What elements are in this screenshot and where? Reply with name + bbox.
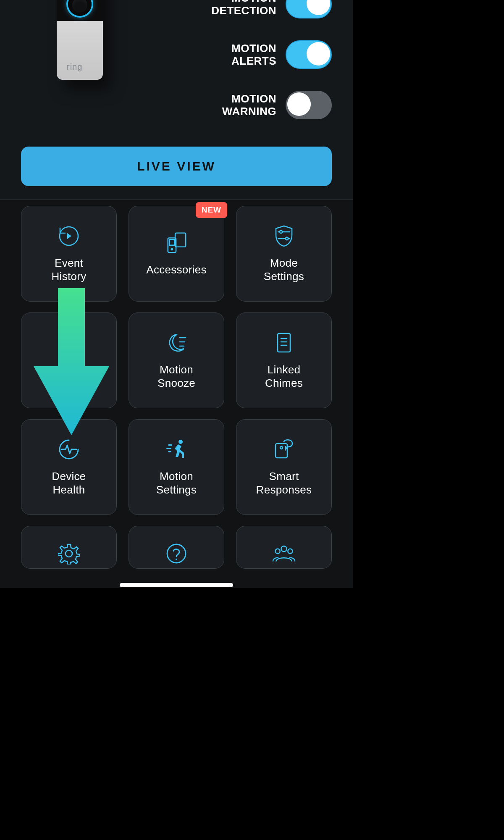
toggle-motion-alerts[interactable] (286, 40, 332, 69)
toggle-label: MOTION ALERTS (231, 42, 276, 67)
tile-general[interactable] (21, 526, 117, 569)
pulse-icon (57, 438, 81, 461)
toggle-row-motion-detection: MOTION DETECTION (189, 0, 332, 14)
svg-rect-19 (168, 451, 171, 452)
tile-hidden[interactable] (21, 312, 117, 408)
device-header: ring MOTION DETECTION MOTION ALERTS (0, 0, 353, 200)
toggle-label-line: DETECTION (211, 4, 276, 17)
tile-label: SmartResponses (256, 470, 312, 496)
tile-label: MotionSnooze (158, 363, 195, 390)
tile-linked-chimes[interactable]: LinkedChimes (236, 312, 332, 408)
toggle-label: MOTION DETECTION (211, 0, 276, 17)
svg-rect-17 (168, 444, 172, 446)
toggle-label: MOTION WARNING (222, 92, 276, 118)
svg-point-25 (281, 546, 286, 551)
tile-label: LinkedChimes (265, 363, 303, 390)
svg-point-3 (171, 248, 173, 250)
tile-motion-snooze[interactable]: MotionSnooze (129, 312, 224, 408)
svg-rect-20 (276, 444, 287, 458)
toggle-knob (307, 42, 330, 66)
tile-mode-settings[interactable]: ModeSettings (236, 206, 332, 302)
gear-icon (57, 542, 81, 565)
tile-event-history[interactable]: EventHistory (21, 206, 117, 302)
toggle-list: MOTION DETECTION MOTION ALERTS MOTION WA… (189, 0, 332, 145)
svg-point-21 (280, 446, 283, 449)
tile-device-health[interactable]: DeviceHealth (21, 419, 117, 515)
tile-motion-settings[interactable]: MotionSettings (129, 419, 224, 515)
tile-label: DeviceHealth (52, 470, 86, 496)
document-icon (272, 331, 296, 354)
tile-shared-users[interactable] (236, 526, 332, 569)
help-icon (165, 542, 188, 565)
svg-point-16 (178, 440, 183, 444)
devices-icon (165, 231, 188, 255)
toggle-row-motion-warning: MOTION WARNING (189, 95, 332, 115)
toggle-label-line: MOTION (231, 0, 276, 4)
svg-rect-18 (166, 448, 171, 449)
run-icon (165, 438, 188, 461)
toggle-label-line: MOTION (231, 42, 276, 55)
toggle-motion-detection[interactable] (286, 0, 332, 18)
home-indicator (120, 583, 233, 587)
tile-label: MotionSettings (156, 470, 197, 496)
device-illustration: ring (46, 0, 118, 84)
svg-point-26 (275, 549, 280, 554)
toggle-label-line: ALERTS (231, 55, 276, 67)
toggle-label-line: WARNING (222, 105, 276, 118)
history-icon (57, 224, 81, 248)
tile-smart-responses[interactable]: SmartResponses (236, 419, 332, 515)
people-icon (272, 542, 296, 565)
svg-rect-12 (278, 333, 290, 352)
moon-icon (165, 331, 188, 354)
svg-point-8 (286, 237, 288, 240)
shield-icon (272, 224, 296, 248)
svg-point-7 (280, 231, 282, 233)
new-badge: NEW (196, 202, 227, 218)
live-view-label: LIVE VIEW (137, 159, 216, 173)
toggle-knob (307, 0, 330, 15)
tiles-grid: EventHistory NEW Accessories (21, 206, 332, 588)
svg-point-27 (288, 549, 292, 554)
svg-point-24 (176, 559, 177, 560)
tile-help[interactable] (129, 526, 224, 569)
svg-rect-4 (170, 239, 175, 245)
svg-rect-1 (175, 233, 186, 247)
chat-icon (272, 438, 296, 461)
toggle-row-motion-alerts: MOTION ALERTS (189, 45, 332, 65)
tile-label: ModeSettings (264, 256, 304, 283)
device-screen: ring MOTION DETECTION MOTION ALERTS (0, 0, 353, 588)
live-view-button[interactable]: LIVE VIEW (21, 147, 332, 186)
tile-accessories[interactable]: NEW Accessories (129, 206, 224, 302)
blank-icon (57, 344, 81, 368)
tile-label: EventHistory (52, 256, 87, 283)
brand-logo: ring (67, 62, 82, 72)
toggle-knob (287, 92, 311, 116)
tile-label: Accessories (146, 263, 206, 276)
toggle-motion-warning[interactable] (286, 91, 332, 119)
toggle-label-line: MOTION (231, 92, 276, 105)
svg-point-22 (66, 550, 72, 557)
